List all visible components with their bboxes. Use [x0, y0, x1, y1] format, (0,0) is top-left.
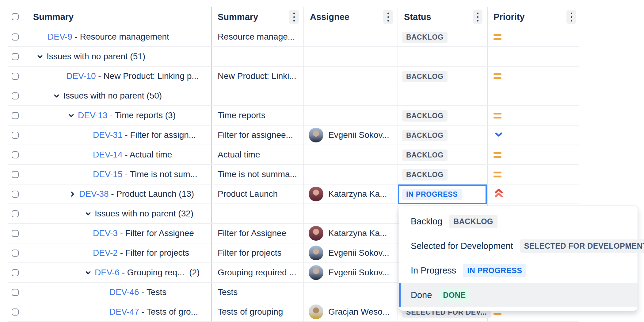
- summary-cell[interactable]: Resource manage...: [218, 27, 297, 46]
- status-chip[interactable]: BACKLOG: [402, 149, 448, 161]
- priority-cell[interactable]: [493, 27, 501, 46]
- column-menu-button[interactable]: [566, 10, 576, 24]
- summary-cell[interactable]: Tests of grouping: [218, 302, 297, 321]
- assignee-cell[interactable]: Katarzyna Ka...: [309, 184, 392, 204]
- summary-tree-cell[interactable]: DEV-2 - Filter for projects: [93, 243, 189, 262]
- summary-tree-cell[interactable]: DEV-31 - Filter for assign...: [93, 126, 196, 145]
- summary-text: Filter for Assignee: [218, 228, 286, 238]
- assignee-cell[interactable]: Evgenii Sokov...: [309, 243, 392, 262]
- summary-tree-cell[interactable]: DEV-47 - Tests of gro...: [109, 302, 198, 321]
- assignee-cell[interactable]: Evgenii Sokov...: [309, 263, 392, 282]
- summary-tree-cell[interactable]: DEV-9 - Resource management: [48, 27, 169, 46]
- priority-cell[interactable]: [493, 126, 504, 145]
- status-chip[interactable]: IN PROGRESS: [402, 189, 462, 200]
- summary-tree-cell[interactable]: DEV-13 - Time reports (3): [67, 106, 176, 125]
- summary-tree-cell[interactable]: DEV-46 - Tests: [109, 283, 166, 302]
- row-checkbox[interactable]: [12, 53, 19, 60]
- issue-key-link[interactable]: DEV-46: [109, 287, 139, 297]
- summary-cell[interactable]: Grouping required ...: [218, 263, 297, 282]
- chevron-down-icon[interactable]: [84, 210, 92, 218]
- issue-key-link[interactable]: DEV-10: [66, 71, 96, 81]
- column-menu-button[interactable]: [383, 10, 393, 24]
- row-checkbox[interactable]: [12, 33, 19, 41]
- issue-key-link[interactable]: DEV-6: [95, 268, 120, 277]
- assignee-cell[interactable]: Evgenii Sokov...: [309, 126, 392, 145]
- summary-tree-cell[interactable]: Issues with no parent (51): [36, 47, 145, 66]
- summary-cell[interactable]: Time is not summa...: [218, 165, 297, 184]
- issue-key-link[interactable]: DEV-47: [109, 307, 139, 316]
- summary-cell[interactable]: Actual time: [218, 145, 297, 164]
- status-option-done[interactable]: DoneDONE: [399, 283, 638, 307]
- summary-tree-cell[interactable]: Issues with no parent (50): [53, 86, 162, 105]
- status-cell[interactable]: IN PROGRESS: [398, 184, 487, 204]
- row-checkbox[interactable]: [12, 230, 19, 237]
- summary-cell[interactable]: New Product: Linki...: [218, 67, 297, 86]
- row-checkbox[interactable]: [12, 92, 19, 99]
- issue-key-link[interactable]: DEV-9: [48, 32, 72, 41]
- row-checkbox[interactable]: [12, 132, 19, 139]
- row-checkbox[interactable]: [12, 112, 19, 119]
- priority-cell[interactable]: [493, 184, 504, 204]
- status-cell[interactable]: BACKLOG: [398, 165, 487, 184]
- status-chip[interactable]: BACKLOG: [402, 32, 448, 43]
- summary-cell[interactable]: Time reports: [218, 106, 297, 125]
- row-checkbox[interactable]: [12, 191, 19, 198]
- row-checkbox[interactable]: [12, 308, 19, 316]
- issue-key-link[interactable]: DEV-14: [93, 150, 123, 159]
- issue-key-link[interactable]: DEV-38: [79, 189, 109, 199]
- select-all-checkbox[interactable]: [12, 13, 19, 20]
- summary-cell[interactable]: Filter for projects: [218, 243, 297, 262]
- row-checkbox[interactable]: [12, 151, 19, 158]
- row-checkbox[interactable]: [12, 210, 19, 217]
- status-option-backlog[interactable]: BacklogBACKLOG: [399, 209, 638, 234]
- status-chip[interactable]: BACKLOG: [402, 71, 448, 82]
- summary-tree-cell[interactable]: DEV-10 - New Product: Linking p...: [66, 67, 199, 86]
- status-cell[interactable]: BACKLOG: [398, 126, 487, 145]
- chevron-down-icon[interactable]: [36, 53, 44, 60]
- summary-tree-cell[interactable]: DEV-3 - Filter for Assignee: [93, 224, 194, 243]
- summary-tree-cell[interactable]: DEV-38 - Product Launch (13): [69, 184, 194, 204]
- column-menu-button[interactable]: [289, 10, 299, 24]
- status-cell[interactable]: BACKLOG: [398, 106, 487, 126]
- assignee-cell[interactable]: Katarzyna Ka...: [309, 224, 392, 243]
- summary-cell[interactable]: Product Launch: [218, 184, 297, 204]
- status-cell[interactable]: BACKLOG: [398, 145, 487, 165]
- assignee-cell[interactable]: Gracjan Weso...: [309, 302, 392, 321]
- row-checkbox[interactable]: [12, 171, 19, 178]
- issue-key-link[interactable]: DEV-31: [93, 130, 123, 140]
- chevron-right-icon[interactable]: [69, 190, 76, 198]
- summary-cell[interactable]: Filter for assignee...: [218, 126, 297, 145]
- column-menu-button[interactable]: [473, 10, 482, 24]
- chevron-down-icon[interactable]: [84, 269, 92, 277]
- issue-key-link[interactable]: DEV-15: [93, 169, 123, 179]
- row-checkbox[interactable]: [12, 250, 19, 257]
- table-row: DEV-10 - New Product: Linking p...New Pr…: [0, 67, 579, 86]
- summary-cell[interactable]: Filter for Assignee: [218, 224, 297, 243]
- chevron-down-icon[interactable]: [53, 92, 60, 100]
- summary-tree-cell[interactable]: DEV-14 - Actual time: [93, 145, 172, 164]
- summary-cell[interactable]: Tests: [218, 283, 297, 302]
- status-chip[interactable]: BACKLOG: [402, 110, 448, 122]
- summary-tree-cell[interactable]: DEV-6 - Grouping req... (2): [84, 263, 200, 282]
- row-checkbox[interactable]: [12, 269, 19, 276]
- status-chip[interactable]: BACKLOG: [402, 130, 448, 141]
- priority-cell[interactable]: [493, 165, 501, 184]
- priority-cell[interactable]: [493, 67, 501, 86]
- issue-key-link[interactable]: DEV-2: [93, 248, 118, 258]
- status-cell[interactable]: BACKLOG: [398, 67, 487, 86]
- priority-cell[interactable]: [493, 106, 501, 125]
- column-header-summary: Summary: [218, 7, 258, 27]
- row-checkbox[interactable]: [12, 289, 19, 296]
- tree-row-text: Issues with no parent (32): [95, 209, 193, 219]
- priority-cell[interactable]: [493, 145, 501, 164]
- status-chip[interactable]: BACKLOG: [402, 169, 448, 180]
- summary-tree-cell[interactable]: DEV-15 - Time is not sum...: [93, 165, 197, 184]
- status-option-selected-for-development[interactable]: Selected for DevelopmentSELECTED FOR DEV…: [399, 234, 638, 258]
- status-cell[interactable]: BACKLOG: [398, 27, 487, 47]
- chevron-down-icon[interactable]: [67, 112, 75, 119]
- row-checkbox[interactable]: [12, 73, 19, 80]
- issue-key-link[interactable]: DEV-13: [78, 111, 108, 120]
- summary-tree-cell[interactable]: Issues with no parent (32): [84, 204, 193, 223]
- issue-key-link[interactable]: DEV-3: [93, 228, 118, 238]
- status-option-in-progress[interactable]: In ProgressIN PROGRESS: [399, 258, 638, 283]
